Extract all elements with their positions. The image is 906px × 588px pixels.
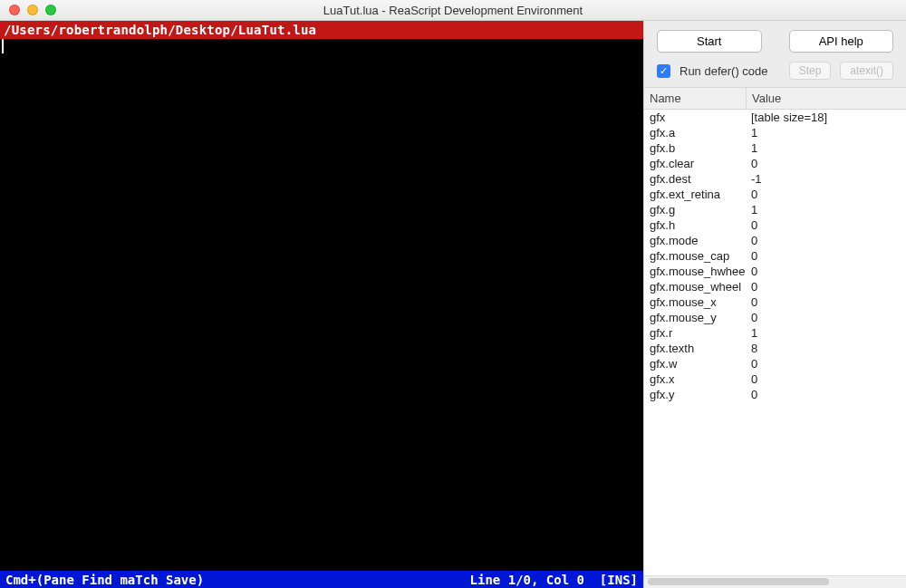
variable-value: 0 (746, 249, 906, 263)
text-cursor (2, 39, 4, 53)
editor-status-bar: Cmd+(Pane Find maTch Save) Line 1/0, Col… (0, 571, 643, 588)
window-title: LuaTut.lua - ReaScript Development Envir… (0, 4, 906, 17)
variable-value: 0 (746, 311, 906, 324)
variable-row[interactable]: gfx.mouse_hwheel0 (644, 264, 906, 279)
editor-text-area[interactable] (0, 39, 643, 571)
variable-value: 0 (746, 265, 906, 278)
variable-value: 1 (746, 141, 906, 155)
variable-row[interactable]: gfx.b1 (644, 140, 906, 156)
horizontal-scrollbar[interactable] (644, 575, 906, 588)
variable-name: gfx.mouse_y (644, 311, 746, 324)
variable-value: 8 (746, 342, 906, 355)
variable-name: gfx.mode (644, 234, 746, 247)
file-path-bar: /Users/robertrandolph/Desktop/LuaTut.lua (0, 21, 643, 39)
variable-value: 0 (746, 157, 906, 170)
step-button[interactable]: Step (789, 62, 832, 80)
variable-value: [table size=18] (746, 111, 906, 124)
variable-row[interactable]: gfx.mode0 (644, 233, 906, 248)
code-editor: /Users/robertrandolph/Desktop/LuaTut.lua… (0, 21, 643, 588)
variable-name: gfx.g (644, 203, 746, 217)
variable-name: gfx.dest (644, 172, 746, 186)
variable-name: gfx.clear (644, 157, 746, 170)
variable-name: gfx.r (644, 326, 746, 340)
variable-value: 1 (746, 126, 906, 140)
variable-name: gfx.mouse_hwheel (644, 265, 746, 278)
variable-value: 0 (746, 234, 906, 247)
run-defer-label: Run defer() code (680, 64, 768, 78)
variable-value: -1 (746, 172, 906, 186)
variable-row[interactable]: gfx.a1 (644, 125, 906, 140)
window-titlebar: LuaTut.lua - ReaScript Development Envir… (0, 0, 906, 21)
traffic-lights (0, 5, 56, 15)
control-row: ✓ Run defer() code Step atexit() (644, 58, 906, 87)
variable-row[interactable]: gfx.texth8 (644, 341, 906, 356)
variable-row[interactable]: gfx.mouse_y0 (644, 310, 906, 325)
variable-value: 0 (746, 295, 906, 309)
debug-panel: Start API help ✓ Run defer() code Step a… (643, 21, 906, 588)
scrollbar-thumb[interactable] (648, 578, 829, 585)
start-button[interactable]: Start (657, 30, 762, 53)
variable-row[interactable]: gfx.clear0 (644, 156, 906, 171)
value-column-header[interactable]: Value (747, 88, 906, 109)
variable-row[interactable]: gfx.h0 (644, 217, 906, 233)
variable-row[interactable]: gfx.g1 (644, 202, 906, 217)
variable-value: 0 (746, 372, 906, 386)
variable-value: 0 (746, 188, 906, 201)
variable-name: gfx.mouse_cap (644, 249, 746, 263)
variable-name: gfx.a (644, 126, 746, 140)
variable-name: gfx.y (644, 388, 746, 401)
variable-row[interactable]: gfx.w0 (644, 356, 906, 371)
variable-name: gfx (644, 111, 746, 124)
variable-table-header: Name Value (644, 87, 906, 110)
variable-value: 0 (746, 357, 906, 371)
variable-row[interactable]: gfx.ext_retina0 (644, 187, 906, 202)
variable-name: gfx.h (644, 218, 746, 232)
variable-value: 1 (746, 326, 906, 340)
variable-name: gfx.w (644, 357, 746, 371)
variable-row[interactable]: gfx.r1 (644, 325, 906, 341)
variable-row[interactable]: gfx.mouse_x0 (644, 294, 906, 310)
name-column-header[interactable]: Name (644, 88, 747, 109)
status-position: Line 1/0, Col 0 [INS] (470, 573, 638, 587)
close-icon[interactable] (9, 5, 20, 15)
api-help-button[interactable]: API help (789, 30, 894, 53)
minimize-icon[interactable] (27, 5, 38, 15)
zoom-icon[interactable] (45, 5, 56, 15)
variable-name: gfx.mouse_x (644, 295, 746, 309)
variable-row[interactable]: gfx.y0 (644, 387, 906, 402)
variable-name: gfx.x (644, 372, 746, 386)
run-defer-checkbox[interactable]: ✓ (657, 64, 670, 78)
content-area: /Users/robertrandolph/Desktop/LuaTut.lua… (0, 21, 906, 588)
top-button-row: Start API help (644, 21, 906, 58)
variable-name: gfx.texth (644, 342, 746, 355)
status-shortcuts: Cmd+(Pane Find maTch Save) (5, 573, 204, 587)
variable-value: 0 (746, 388, 906, 401)
variable-name: gfx.b (644, 141, 746, 155)
variable-value: 0 (746, 280, 906, 294)
variable-value: 0 (746, 218, 906, 232)
variable-row[interactable]: gfx.x0 (644, 371, 906, 387)
variable-list[interactable]: gfx[table size=18]gfx.a1gfx.b1gfx.clear0… (644, 110, 906, 575)
variable-row[interactable]: gfx.dest-1 (644, 171, 906, 187)
variable-row[interactable]: gfx.mouse_cap0 (644, 248, 906, 264)
variable-value: 1 (746, 203, 906, 217)
variable-row[interactable]: gfx.mouse_wheel0 (644, 279, 906, 294)
variable-name: gfx.mouse_wheel (644, 280, 746, 294)
atexit-button[interactable]: atexit() (840, 62, 893, 80)
variable-row[interactable]: gfx[table size=18] (644, 110, 906, 125)
variable-name: gfx.ext_retina (644, 188, 746, 201)
